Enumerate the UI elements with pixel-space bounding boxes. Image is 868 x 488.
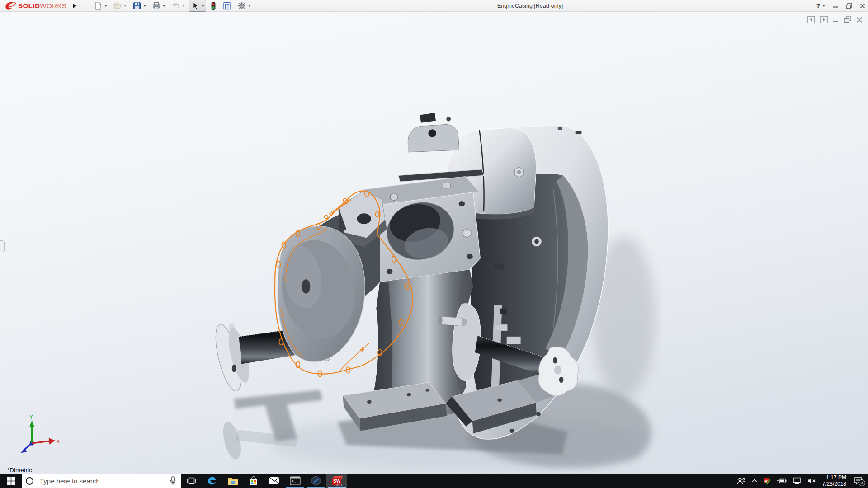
save-button[interactable] [131, 0, 148, 12]
command-prompt-icon [290, 476, 301, 485]
power-status-button[interactable] [777, 478, 787, 484]
edge-icon [207, 475, 217, 486]
solidworks-application-window: { "colors": { "solidworks_red": "#d9251c… [0, 0, 868, 488]
people-icon [737, 477, 746, 484]
new-document-dropdown-arrow[interactable] [104, 5, 107, 7]
restore-icon [846, 3, 852, 9]
help-dropdown-arrow[interactable] [822, 5, 825, 7]
toolbar-flyout-arrow[interactable] [73, 4, 76, 8]
print-button[interactable] [150, 0, 167, 12]
notification-count-badge: 3 [859, 479, 865, 486]
tray-time: 1:17 PM [826, 474, 846, 481]
minimize-icon [833, 3, 838, 9]
speaker-muted-icon [807, 477, 816, 484]
system-tray: 1:17 PM 7/23/2018 3 [737, 474, 868, 488]
solidworks-logo: SOLIDWORKS [5, 0, 67, 12]
print-dropdown-arrow[interactable] [163, 5, 165, 7]
print-icon [152, 1, 161, 10]
featuremanager-flyout-handle[interactable] [0, 240, 5, 252]
people-button[interactable] [737, 477, 746, 484]
windows-taskbar: SW 2017 [0, 474, 868, 488]
tray-date: 7/23/2018 [822, 481, 846, 487]
graphics-viewport[interactable]: Y X *Dimetric [0, 12, 868, 474]
mail-icon [269, 477, 280, 485]
cortana-icon [26, 477, 33, 485]
chevron-up-icon [752, 479, 757, 483]
action-center-button[interactable]: 3 [854, 477, 863, 485]
cover-center-hole [302, 279, 310, 293]
doc-back-button[interactable] [807, 16, 815, 23]
flange-hex-bolt[interactable] [463, 229, 471, 237]
undo-dropdown-arrow[interactable] [182, 5, 185, 7]
quick-access-toolbar [92, 0, 253, 12]
close-button[interactable] [860, 3, 865, 9]
save-icon [132, 1, 142, 10]
doc-close-button[interactable] [856, 17, 863, 23]
taskbar-app-solidworks[interactable]: SW 2017 [326, 474, 347, 488]
window-controls: ? [816, 0, 865, 12]
open-button[interactable] [111, 0, 128, 12]
taskbar-app-hexagon[interactable] [306, 474, 326, 488]
view-orientation-label: *Dimetric [7, 467, 32, 474]
traffic-light-icon [210, 1, 217, 10]
volume-button[interactable] [807, 477, 816, 484]
microphone-icon[interactable] [170, 476, 176, 485]
doc-restore-button[interactable] [844, 16, 851, 23]
search-input[interactable] [39, 477, 170, 485]
taskbar-clock[interactable]: 1:17 PM 7/23/2018 [822, 474, 846, 487]
ds-logo-icon [5, 1, 16, 11]
new-document-icon [94, 1, 103, 10]
triad-x-label: X [56, 438, 60, 444]
document-title: EngineCasing [Read-only] [497, 0, 563, 12]
options-dropdown-arrow[interactable] [248, 5, 251, 7]
task-view-button[interactable] [181, 474, 202, 488]
gear-icon [237, 1, 246, 10]
brand-text: SOLIDWORKS [18, 2, 67, 9]
solidworks-2017-icon: SW 2017 [332, 476, 342, 486]
select-dropdown-arrow[interactable] [202, 5, 204, 7]
taskbar-app-command-prompt[interactable] [285, 474, 306, 488]
triad-y-label: Y [29, 414, 33, 420]
file-explorer-icon [227, 476, 238, 485]
windows-logo-icon [7, 477, 15, 485]
battery-plug-icon [777, 478, 787, 484]
save-dropdown-arrow[interactable] [143, 5, 146, 7]
solidworks-resource-monitor[interactable] [763, 477, 771, 485]
taskbar-search[interactable] [22, 474, 181, 488]
close-icon [860, 3, 865, 9]
hexagon-app-icon [311, 475, 321, 486]
rebuild-button[interactable] [208, 0, 218, 12]
new-document-button[interactable] [92, 0, 109, 12]
ethernet-network-icon [793, 477, 802, 484]
task-view-icon [187, 477, 196, 485]
network-status-button[interactable] [793, 477, 802, 484]
taskbar-app-edge[interactable] [202, 474, 222, 488]
taskbar-app-file-explorer[interactable] [222, 474, 243, 488]
orientation-triad: Y X [20, 414, 60, 453]
help-button[interactable]: ? [816, 2, 825, 9]
doc-forward-button[interactable] [820, 16, 828, 23]
report-list-icon [222, 1, 231, 10]
minimize-button[interactable] [833, 3, 838, 9]
side-cover-plate[interactable] [274, 226, 365, 361]
sw-check-icon [763, 477, 771, 485]
open-icon [113, 1, 122, 10]
model-canvas[interactable]: Y X [0, 12, 868, 474]
display-report-button[interactable] [221, 0, 233, 12]
tray-overflow-button[interactable] [752, 479, 757, 483]
undo-button[interactable] [170, 0, 187, 12]
start-button[interactable] [0, 474, 22, 488]
taskbar-app-store[interactable] [243, 474, 264, 488]
store-icon [249, 476, 259, 486]
select-button[interactable] [189, 0, 206, 12]
options-button[interactable] [236, 0, 253, 12]
titlebar: SOLIDWORKS [0, 0, 868, 12]
restore-button[interactable] [846, 3, 852, 9]
select-cursor-icon [191, 1, 200, 10]
document-window-controls [807, 16, 863, 23]
doc-minimize-button[interactable] [833, 17, 839, 23]
undo-icon [171, 1, 180, 10]
taskbar-app-mail[interactable] [264, 474, 285, 488]
open-dropdown-arrow[interactable] [124, 5, 127, 7]
